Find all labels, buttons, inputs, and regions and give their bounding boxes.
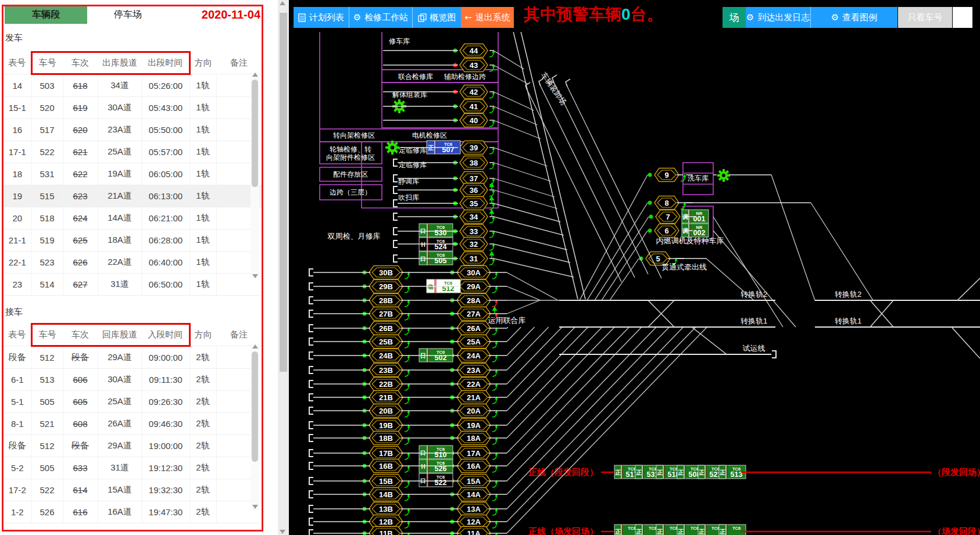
- scroll-down-arrow[interactable]: [280, 530, 285, 534]
- table-row[interactable]: 8-152160826A道09:46:302轨: [3, 413, 262, 435]
- scroll-thumb[interactable]: [252, 351, 258, 462]
- track-badge-6[interactable]: 6: [648, 224, 686, 238]
- table-row[interactable]: 1951562321A道06:13:001轨: [3, 185, 262, 207]
- table-cell: 619: [63, 97, 98, 119]
- table-row[interactable]: 21-151962518A道06:28:001轨: [3, 229, 262, 252]
- track-badge-34[interactable]: 34: [453, 209, 495, 224]
- table-row[interactable]: 22-152362622A道06:40:001轨: [3, 252, 262, 274]
- column-header: 备注: [216, 324, 262, 346]
- track-badge-11A[interactable]: 11A: [450, 527, 498, 535]
- svg-text:502: 502: [435, 354, 447, 362]
- tab-depot[interactable]: 车辆段: [5, 5, 87, 24]
- scroll-thumb[interactable]: [280, 13, 287, 372]
- table-cell: 17-2: [3, 479, 31, 501]
- table-row[interactable]: 段备512段备29A道19:00:002轨: [3, 435, 262, 457]
- svg-text:正: 正: [678, 469, 684, 476]
- svg-text:510: 510: [435, 451, 447, 459]
- table-cell: 段备: [3, 346, 31, 369]
- svg-text:26B: 26B: [379, 324, 393, 333]
- table-row[interactable]: 5-150560525A道09:26:302轨: [3, 391, 262, 413]
- yard-label: 场: [729, 11, 739, 24]
- scroll-down-arrow[interactable]: [252, 274, 258, 278]
- diagram-label: 洗车库: [688, 174, 709, 182]
- arrive-table-scrollbar[interactable]: [251, 343, 259, 510]
- table-cell: 1轨: [189, 185, 216, 207]
- table-row[interactable]: 15-152061930A道05:43:001轨: [3, 97, 262, 119]
- svg-text:TC6: TC6: [711, 526, 720, 531]
- table-row[interactable]: 6-151360630A道09:11:302轨: [3, 369, 262, 391]
- arrive-depart-log-button[interactable]: ⚙ 到达出发日志: [746, 7, 811, 28]
- scroll-up-arrow[interactable]: [252, 73, 258, 77]
- overview-label: 概览图: [430, 12, 456, 23]
- svg-text:H: H: [421, 242, 425, 248]
- train-label-510[interactable]: 口TC6510: [419, 446, 453, 459]
- column-header: 车次: [63, 52, 98, 74]
- exit-system-button[interactable]: ← 退出系统: [461, 7, 514, 28]
- svg-text:TC6: TC6: [628, 526, 636, 531]
- train-label-522[interactable]: 口TC6522: [419, 473, 453, 487]
- train-label-530[interactable]: 口TC6530: [419, 224, 453, 237]
- yard-button[interactable]: 场: [723, 7, 746, 28]
- track-badge-32[interactable]: 32: [453, 238, 495, 251]
- table-row[interactable]: 1450361834道05:26:001轨: [3, 74, 262, 97]
- table-cell: 1-2: [3, 501, 31, 523]
- svg-text:18B: 18B: [379, 434, 393, 443]
- track-badge-41[interactable]: 41: [453, 100, 495, 113]
- table-row[interactable]: 1-252661616A道19:47:302轨: [3, 501, 262, 523]
- table-cell: 1轨: [189, 274, 216, 296]
- table-row[interactable]: 段备512段备29A道09:00:002轨: [3, 346, 262, 369]
- scroll-thumb[interactable]: [252, 80, 258, 187]
- table-row[interactable]: 1651762023A道05:50:001轨: [3, 119, 262, 141]
- table-cell: 19:12:30: [142, 457, 189, 479]
- panel-scrollbar[interactable]: [278, 0, 289, 535]
- table-cell: 09:00:00: [142, 346, 189, 369]
- table-row[interactable]: 2351462731道06:50:001轨: [3, 274, 262, 296]
- track-badge-11B[interactable]: 11B: [363, 527, 410, 535]
- only-car-number-button[interactable]: 只看车号: [898, 7, 952, 28]
- diagram-label: 转向架检修区: [333, 131, 375, 139]
- track-badge-36[interactable]: 36: [453, 182, 495, 197]
- diagram-label: 转换轨2: [835, 290, 861, 299]
- table-cell: 06:50:00: [142, 274, 189, 296]
- train-label-002[interactable]: 调NR002: [682, 224, 709, 237]
- table-cell: 618: [63, 74, 98, 97]
- track-badge-38[interactable]: 38: [453, 156, 495, 170]
- column-header: 车次: [63, 324, 98, 346]
- plan-list-button[interactable]: 计划列表: [294, 7, 349, 28]
- svg-text:正: 正: [615, 469, 621, 476]
- track-badge-44[interactable]: 44: [453, 44, 495, 58]
- table-cell: 09:26:30: [142, 391, 189, 413]
- svg-text:26A: 26A: [467, 324, 481, 333]
- track-badge-33[interactable]: 33: [453, 225, 495, 238]
- train-label-001[interactable]: 调NR001: [682, 210, 709, 223]
- view-legend-button[interactable]: ⚙ 查看图例: [811, 7, 897, 28]
- track-badge-40[interactable]: 40: [453, 114, 495, 127]
- track-badge-31[interactable]: 31: [453, 251, 495, 265]
- table-cell: 6-1: [3, 369, 31, 391]
- maintenance-workstation-button[interactable]: ⚙ 检修工作站: [349, 7, 413, 28]
- scroll-up-arrow[interactable]: [280, 1, 285, 5]
- table-row[interactable]: 1853162219A道06:05:001轨: [3, 163, 262, 185]
- document-icon: [298, 13, 306, 22]
- toolbar-blank-box[interactable]: [953, 7, 972, 28]
- track-badges: 444342414039383736353433323130B30A29B29A…: [363, 44, 731, 535]
- scroll-up-arrow[interactable]: [252, 344, 258, 349]
- table-cell: 2轨: [189, 346, 216, 369]
- table-cell: 1轨: [189, 119, 216, 141]
- diagram-label: 吹扫库: [398, 193, 419, 202]
- overview-button[interactable]: 概览图: [413, 7, 461, 28]
- table-row[interactable]: 5-250563331道19:12:302轨: [3, 457, 262, 479]
- table-cell: 505: [31, 391, 63, 413]
- depart-table-scrollbar[interactable]: [251, 71, 259, 279]
- table-cell: 09:46:30: [142, 413, 189, 435]
- diagram-label: 贯通式牵出线: [661, 263, 707, 271]
- train-label-[interactable]: 正TC6: [719, 525, 746, 535]
- table-row[interactable]: 17-252261415A道19:32:302轨: [3, 479, 262, 501]
- tab-parking-lot[interactable]: 停车场: [87, 5, 169, 24]
- svg-text:21A: 21A: [467, 393, 481, 402]
- scroll-down-arrow[interactable]: [252, 505, 258, 509]
- table-row[interactable]: 17-152262125A道05:57:001轨: [3, 141, 262, 163]
- track-badge-42[interactable]: 42: [453, 85, 495, 99]
- diagram-label: 边跨（三层）: [330, 188, 371, 196]
- table-row[interactable]: 2051862414A道06:21:001轨: [3, 207, 262, 229]
